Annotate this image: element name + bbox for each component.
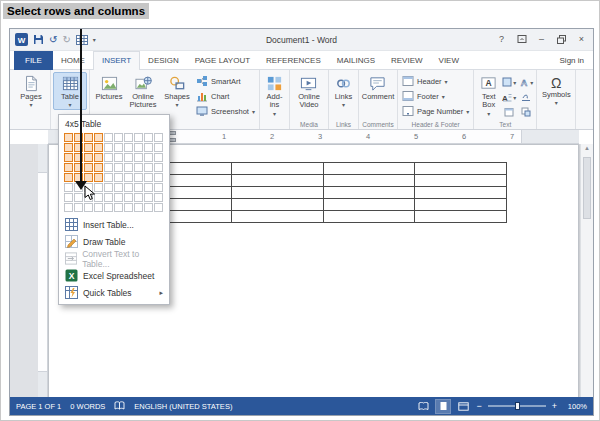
comment-button[interactable]: Comment	[361, 72, 395, 102]
tab-review[interactable]: REVIEW	[383, 51, 431, 70]
table-grid-cell[interactable]	[134, 173, 143, 182]
qat-dropdown-arrow-icon[interactable]: ▾	[93, 36, 96, 43]
table-grid-cell[interactable]	[144, 203, 153, 212]
document-table-cell[interactable]	[323, 175, 415, 187]
table-grid-cell[interactable]	[114, 163, 123, 172]
document-table-cell[interactable]	[415, 187, 507, 199]
table-grid-cell[interactable]	[124, 183, 133, 192]
online-pictures-button[interactable]: Online Pictures	[126, 72, 160, 111]
symbols-button[interactable]: Ω Symbols ▾	[539, 72, 573, 108]
table-size-grid[interactable]	[59, 131, 169, 216]
page-number-button[interactable]: Page Number ▾	[400, 104, 471, 118]
zoom-slider-thumb[interactable]	[515, 402, 520, 410]
tab-page-layout[interactable]: PAGE LAYOUT	[187, 51, 258, 70]
scrollbar-thumb[interactable]	[583, 157, 591, 219]
table-grid-cell[interactable]	[124, 143, 133, 152]
redo-icon[interactable]: ↻	[62, 35, 70, 45]
table-grid-cell[interactable]	[114, 203, 123, 212]
text-box-button[interactable]: A Text Box ▾	[476, 72, 501, 119]
table-grid-cell[interactable]	[64, 143, 73, 152]
pages-button[interactable]: Pages ▾	[14, 72, 48, 110]
table-grid-cell[interactable]	[104, 173, 113, 182]
table-grid-cell[interactable]	[84, 203, 93, 212]
table-grid-cell[interactable]	[64, 163, 73, 172]
tab-mailings[interactable]: MAILINGS	[329, 51, 383, 70]
table-grid-cell[interactable]	[144, 193, 153, 202]
table-grid-cell[interactable]	[74, 193, 83, 202]
document-table-cell[interactable]	[231, 211, 323, 223]
table-grid-cell[interactable]	[134, 133, 143, 142]
table-grid-cell[interactable]	[94, 203, 103, 212]
menu-item-insert-table[interactable]: Insert Table...	[59, 216, 169, 233]
pictures-button[interactable]: Pictures	[92, 72, 126, 102]
document-table-cell[interactable]	[323, 163, 415, 175]
document-table-cell[interactable]	[415, 211, 507, 223]
table-grid-cell[interactable]	[104, 203, 113, 212]
table-grid-cell[interactable]	[134, 203, 143, 212]
table-grid-cell[interactable]	[134, 183, 143, 192]
table-grid-cell[interactable]	[144, 183, 153, 192]
vertical-ruler[interactable]	[38, 144, 48, 397]
table-grid-cell[interactable]	[124, 173, 133, 182]
table-grid-cell[interactable]	[114, 183, 123, 192]
tab-view[interactable]: VIEW	[431, 51, 467, 70]
document-table[interactable]	[139, 162, 507, 223]
hanging-indent-marker[interactable]	[169, 138, 176, 142]
chart-button[interactable]: Chart	[194, 89, 257, 103]
table-grid-cell[interactable]	[134, 143, 143, 152]
table-grid-cell[interactable]	[134, 153, 143, 162]
table-grid-cell[interactable]	[144, 163, 153, 172]
document-table-cell[interactable]	[415, 175, 507, 187]
table-grid-cell[interactable]	[84, 143, 93, 152]
object-button[interactable]	[518, 105, 534, 119]
table-grid-cell[interactable]	[74, 203, 83, 212]
screenshot-button[interactable]: Screenshot ▾	[194, 104, 257, 118]
document-table-cell[interactable]	[415, 199, 507, 211]
table-grid-cell[interactable]	[64, 173, 73, 182]
table-grid-cell[interactable]	[124, 163, 133, 172]
table-grid-cell[interactable]	[124, 193, 133, 202]
word-count[interactable]: 0 WORDS	[70, 402, 105, 411]
close-button[interactable]: ×	[573, 31, 590, 47]
tab-home[interactable]: HOME	[53, 51, 93, 70]
table-grid-cell[interactable]	[84, 153, 93, 162]
document-table-cell[interactable]	[231, 199, 323, 211]
menu-item-draw-table[interactable]: Draw Table	[59, 233, 169, 250]
table-grid-cell[interactable]	[64, 183, 73, 192]
table-grid-cell[interactable]	[154, 173, 163, 182]
document-table-cell[interactable]	[415, 163, 507, 175]
footer-button[interactable]: Footer ▾	[400, 89, 471, 103]
table-grid-cell[interactable]	[114, 133, 123, 142]
page-indicator[interactable]: PAGE 1 OF 1	[16, 402, 61, 411]
table-grid-cell[interactable]	[114, 193, 123, 202]
ribbon-display-options-button[interactable]	[513, 31, 530, 47]
minimize-button[interactable]: –	[533, 31, 550, 47]
table-grid-cell[interactable]	[64, 133, 73, 142]
table-grid-cell[interactable]	[114, 143, 123, 152]
table-grid-cell[interactable]	[94, 173, 103, 182]
restore-button[interactable]	[553, 31, 570, 47]
help-button[interactable]: ?	[493, 31, 510, 47]
date-time-button[interactable]	[501, 105, 517, 119]
drop-cap-button[interactable]: A ▾	[501, 90, 517, 104]
table-grid-cell[interactable]	[104, 183, 113, 192]
zoom-in-button[interactable]: +	[552, 402, 557, 411]
table-grid-cell[interactable]	[154, 203, 163, 212]
document-table-cell[interactable]	[231, 187, 323, 199]
table-grid-cell[interactable]	[154, 183, 163, 192]
addins-button[interactable]: Add-ins ▾	[262, 72, 287, 119]
table-grid-cell[interactable]	[134, 163, 143, 172]
table-grid-cell[interactable]	[154, 133, 163, 142]
menu-item-quick-tables[interactable]: Quick Tables ▸	[59, 284, 169, 301]
document-table-cell[interactable]	[323, 211, 415, 223]
table-grid-cell[interactable]	[94, 143, 103, 152]
save-icon[interactable]	[33, 34, 44, 45]
table-grid-cell[interactable]	[124, 133, 133, 142]
table-grid-cell[interactable]	[144, 143, 153, 152]
proofing-book-icon[interactable]	[114, 401, 125, 411]
table-grid-cell[interactable]	[124, 203, 133, 212]
table-grid-cell[interactable]	[104, 193, 113, 202]
table-grid-cell[interactable]	[154, 163, 163, 172]
tab-references[interactable]: REFERENCES	[258, 51, 329, 70]
signature-line-button[interactable]	[518, 90, 534, 104]
